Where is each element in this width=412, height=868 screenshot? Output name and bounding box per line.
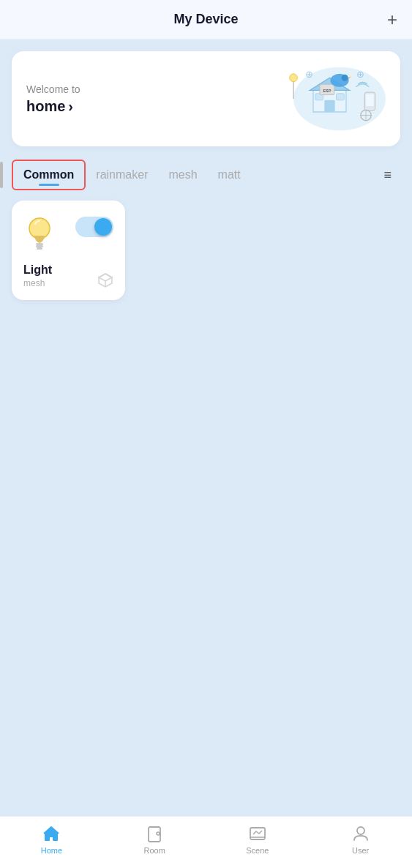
tabs-row: Common rainmaker mesh matt ≡ [12, 160, 400, 190]
home-illustration: ESP ⊕ ⊕ [254, 66, 386, 132]
welcome-text: Welcome to home› [26, 83, 80, 115]
toggle-knob [94, 218, 112, 236]
device-icon-row [23, 214, 113, 252]
nav-scene-label: Scene [246, 846, 269, 855]
scene-nav-icon [248, 824, 267, 843]
add-device-button[interactable]: + [387, 11, 397, 29]
svg-text:⊕: ⊕ [305, 70, 313, 80]
nav-home-label: Home [41, 846, 62, 855]
svg-rect-27 [149, 827, 160, 842]
svg-rect-21 [36, 243, 43, 245]
svg-text:⊕: ⊕ [356, 70, 364, 80]
tabs-menu-button[interactable]: ≡ [375, 160, 400, 190]
svg-point-30 [357, 827, 364, 834]
nav-scene[interactable]: Scene [236, 824, 280, 855]
device-labels: Light mesh [23, 263, 52, 288]
welcome-card[interactable]: Welcome to home› ESP ⊕ ⊕ [12, 51, 400, 146]
svg-rect-5 [337, 94, 345, 100]
room-nav-icon [145, 824, 164, 843]
device-sub: mesh [23, 278, 52, 288]
nav-room-label: Room [143, 846, 165, 855]
nav-user-label: User [352, 846, 369, 855]
user-nav-icon [351, 824, 370, 843]
device-name: Light [23, 263, 52, 277]
svg-point-28 [157, 832, 160, 835]
tab-common[interactable]: Common [12, 160, 86, 190]
tab-rainmaker[interactable]: rainmaker [86, 161, 158, 189]
svg-rect-11 [366, 94, 374, 106]
svg-point-18 [342, 75, 348, 81]
home-nav-icon [42, 824, 61, 843]
device-toggle[interactable] [75, 217, 113, 237]
tab-matt[interactable]: matt [208, 161, 251, 189]
svg-point-13 [290, 74, 298, 82]
app-header: My Device + [0, 0, 412, 40]
header-title: My Device [173, 12, 238, 27]
welcome-to-label: Welcome to [26, 83, 80, 95]
home-link[interactable]: home› [26, 98, 80, 115]
device-footer: Light mesh [23, 263, 113, 288]
svg-rect-3 [324, 100, 334, 112]
nav-room[interactable]: Room [132, 824, 176, 855]
svg-text:ESP: ESP [323, 89, 332, 93]
svg-marker-25 [99, 274, 112, 281]
main-content: Welcome to home› ESP ⊕ ⊕ [0, 40, 412, 816]
bottom-navigation: Home Room Scene User [0, 816, 412, 868]
tab-left-indicator [0, 162, 3, 188]
nav-home[interactable]: Home [29, 824, 73, 855]
svg-rect-22 [36, 245, 43, 247]
mesh-icon [97, 272, 113, 288]
svg-rect-23 [37, 247, 42, 250]
light-bulb-icon [23, 214, 56, 252]
tab-mesh[interactable]: mesh [158, 161, 207, 189]
nav-user[interactable]: User [339, 824, 383, 855]
device-card-light[interactable]: Light mesh [12, 201, 125, 300]
